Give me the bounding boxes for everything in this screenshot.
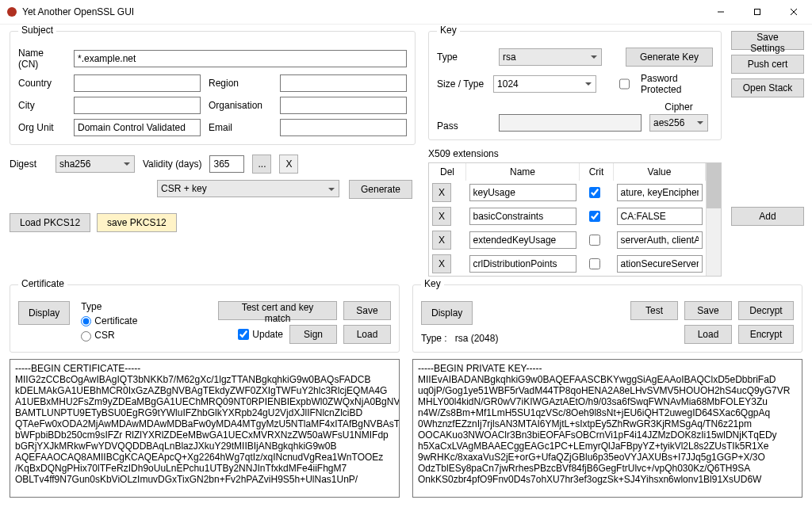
decrypt-button[interactable]: Decrypt [738,301,794,320]
generate-button[interactable]: Generate [349,180,412,199]
digest-select[interactable]: sha256 [56,155,135,173]
cert-load-button[interactable]: Load [343,325,391,344]
key-panel: Key Display Type : rsa (2048) Test Save … [412,284,802,353]
x509-name-input[interactable] [469,184,576,201]
x509-th-del: Del [429,163,466,181]
key-size-label: Size / Type [437,78,485,90]
app-icon [6,6,17,17]
validity-input[interactable] [209,155,244,173]
cert-pem-textarea[interactable] [10,359,400,498]
key-test-button[interactable]: Test [630,301,678,320]
city-input[interactable] [74,97,201,114]
update-checkbox-wrap[interactable]: Update [238,329,283,341]
orgunit-input[interactable] [74,119,201,136]
country-input[interactable] [74,74,201,92]
x509-del-button[interactable]: X [432,254,451,273]
x509-th-value: Value [614,163,706,181]
org-input[interactable] [280,97,407,114]
key-group: Key Type rsa Generate Key Size / Type 10… [428,31,722,140]
x509-table: Del Name Crit Value XXXX [429,163,706,276]
x509-crit-checkbox[interactable] [589,187,600,198]
x509-name-input[interactable] [469,208,576,225]
x509-value-input[interactable] [617,208,703,225]
pass-label: Pass [437,120,491,132]
close-button[interactable] [776,0,812,24]
x509-del-button[interactable]: X [432,207,451,226]
key-load-button[interactable]: Load [684,325,732,344]
cipher-select[interactable]: aes256 [649,114,708,132]
cert-display-button[interactable]: Display [18,301,70,325]
x509-add-button[interactable]: Add [731,207,804,226]
password-protected-checkbox[interactable] [619,78,630,90]
maximize-button[interactable] [739,0,776,24]
x509-row: X [429,204,706,228]
cn-input[interactable] [74,50,407,67]
x509-legend: X509 extensions [428,148,499,159]
digest-label: Digest [10,158,48,170]
cert-type-label: Type [81,301,137,312]
svg-point-0 [7,7,17,17]
key-type-select[interactable]: rsa [499,48,602,66]
x509-scrollbar[interactable] [706,163,721,276]
key-pem-textarea[interactable] [412,359,802,498]
key-size-select[interactable]: 1024 [493,75,596,93]
key-type-line: Type : rsa (2048) [421,333,498,344]
x509-crit-checkbox[interactable] [589,258,600,269]
validity-label: Validity (days) [143,158,201,170]
certificate-legend: Certificate [18,278,67,289]
key-panel-legend: Key [421,278,444,289]
x509-del-button[interactable]: X [432,231,451,250]
generate-key-button[interactable]: Generate Key [626,48,713,67]
key-save-button[interactable]: Save [684,301,732,320]
x509-th-crit: Crit [580,163,614,181]
x509-crit-checkbox[interactable] [589,211,600,222]
cert-type-certificate[interactable]: Certificate [81,315,137,326]
key-legend: Key [437,25,460,36]
subject-group: Subject Name (CN) Country Region City Or… [10,31,416,145]
x509-name-input[interactable] [469,231,576,249]
update-checkbox [238,329,249,340]
load-pkcs12-button[interactable]: Load PKCS12 [10,213,90,232]
region-input[interactable] [280,74,407,92]
x509-row: X [429,252,706,276]
x509-value-input[interactable] [617,231,703,249]
save-settings-button[interactable]: Save Settings [731,31,804,50]
cn-label: Name (CN) [18,48,66,70]
x509-row: X [429,181,706,204]
key-display-button[interactable]: Display [421,301,473,325]
gen-mode-select[interactable]: CSR + key [157,180,339,197]
x509-value-input[interactable] [617,184,703,201]
x509-crit-checkbox[interactable] [589,235,600,246]
titlebar: Yet Another OpenSSL GUI [0,0,812,25]
orgunit-label: Org Unit [18,122,66,133]
cipher-label: Cipher [665,101,692,113]
save-pkcs12-button[interactable]: save PKCS12 [97,213,177,232]
cert-save-button[interactable]: Save [343,301,391,320]
certificate-panel: Certificate Display Type Certificate CSR… [10,284,400,353]
test-match-button[interactable]: Test cert and key match [218,301,337,320]
key-type-label: Type [437,52,491,63]
x509-value-input[interactable] [617,255,703,273]
minimize-button[interactable] [703,0,739,24]
pass-input[interactable] [499,114,642,132]
svg-rect-2 [755,10,760,15]
email-input[interactable] [280,119,407,136]
x509-group: X509 extensions Del Name Crit Value [428,148,722,277]
subject-legend: Subject [18,25,56,36]
x509-name-input[interactable] [469,255,576,273]
window-title: Yet Another OpenSSL GUI [22,6,134,17]
open-stack-button[interactable]: Open Stack [731,78,804,97]
sign-button[interactable]: Sign [289,325,337,344]
push-cert-button[interactable]: Push cert [731,55,804,74]
email-label: Email [209,122,272,133]
x509-row: X [429,228,706,252]
validity-dots-button[interactable]: ... [252,155,271,174]
country-label: Country [18,78,66,89]
encrypt-button[interactable]: Encrypt [738,325,794,344]
city-label: City [18,100,66,111]
cert-type-csr[interactable]: CSR [81,330,114,341]
x509-del-button[interactable]: X [432,183,451,202]
x509-th-name: Name [466,163,580,181]
password-protected-label: Pasword Protected [641,73,713,95]
validity-clear-button[interactable]: X [279,155,298,174]
